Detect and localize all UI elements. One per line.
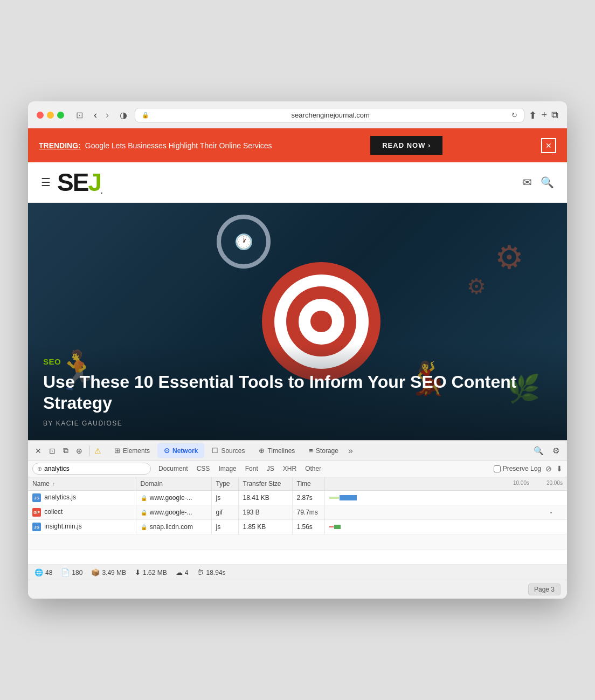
new-tab-button[interactable]: + <box>541 109 547 121</box>
hamburger-menu-icon[interactable]: ☰ <box>41 176 51 189</box>
devtools-search-button[interactable]: 🔍 <box>530 444 547 458</box>
js-file-icon: JS <box>32 493 41 502</box>
tab-sources-label: Sources <box>221 447 245 455</box>
row1-size: 18.41 KB <box>238 491 292 505</box>
error-icon: ☁ <box>176 568 183 577</box>
filter-css-button[interactable]: CSS <box>193 464 213 473</box>
storage-tab-icon: ≡ <box>309 447 313 455</box>
filter-xhr-button[interactable]: XHR <box>280 464 300 473</box>
trending-label: TRENDING: <box>39 141 81 150</box>
url-text: searchenginejournal.com <box>153 111 508 119</box>
back-button[interactable]: ‹ <box>91 108 100 122</box>
sidebar-toggle-button[interactable]: ⊡ <box>73 109 86 121</box>
row3-size: 1.85 KB <box>238 520 292 534</box>
clear-network-button[interactable]: ⊘ <box>545 464 552 473</box>
devtools-responsive-button[interactable]: ⧉ <box>60 444 71 457</box>
forward-button[interactable]: › <box>102 108 112 122</box>
preserve-log-checkbox[interactable] <box>494 465 501 472</box>
size-value: 3.49 MB <box>102 569 126 577</box>
time-icon: ⏱ <box>197 568 204 577</box>
waterfall-bar-row2 <box>329 510 563 514</box>
search-filter-wrapper: ⊕ <box>32 463 151 475</box>
tab-elements-label: Elements <box>123 447 150 455</box>
elements-tab-icon: ⊞ <box>114 447 120 455</box>
js-file-icon2: JS <box>32 523 41 531</box>
tab-timelines[interactable]: ⊕ Timelines <box>252 443 301 458</box>
maximize-traffic-light[interactable] <box>57 112 64 119</box>
tab-storage[interactable]: ≡ Storage <box>302 443 345 458</box>
site-logo[interactable]: SEJ. <box>57 170 101 195</box>
table-row[interactable]: GIF collect 🔒 www.google-... gif 193 B 7… <box>28 505 567 520</box>
devtools-settings-button[interactable]: ⚙ <box>549 444 563 458</box>
logo-dot: . <box>101 188 101 195</box>
filter-document-button[interactable]: Document <box>155 464 191 473</box>
filter-search-icon: ⊕ <box>37 465 42 472</box>
filter-image-button[interactable]: Image <box>215 464 239 473</box>
requests-status: 🌐 48 <box>34 568 52 577</box>
waterfall-bar-row1 <box>329 496 563 500</box>
table-row[interactable]: JS insight.min.js 🔒 snap.licdn.com js 1.… <box>28 520 567 534</box>
tabs-overview-button[interactable]: ⧉ <box>551 109 558 121</box>
table-row-empty2 <box>28 550 567 565</box>
devtools-status-bar: 🌐 48 📄 180 📦 3.49 MB ⬇ 1.62 MB ☁ 4 ⏱ 18 <box>28 565 567 580</box>
clock-decoration: 🕐 <box>217 215 271 269</box>
email-subscribe-button[interactable]: ✉ <box>523 176 532 189</box>
sources-tab-icon: ☐ <box>212 447 218 455</box>
domain-column-header: Domain <box>136 477 211 491</box>
filter-font-button[interactable]: Font <box>242 464 261 473</box>
traffic-lights <box>37 112 64 119</box>
resources-count: 180 <box>72 569 82 577</box>
filter-type-buttons: Document CSS Image Font JS XHR Other <box>155 464 489 473</box>
errors-count: 4 <box>185 569 189 577</box>
network-filter-bar: ⊕ Document CSS Image Font JS XHR Other P… <box>28 461 567 477</box>
devtools-panel: ✕ ⊡ ⧉ ⊕ ⚠ ⊞ Elements ⊙ Network ☐ Sources <box>28 440 567 599</box>
trending-bar: TRENDING: Google Lets Businesses Highlig… <box>28 128 567 162</box>
row1-type: js <box>211 491 238 505</box>
address-bar[interactable]: 🔒 searchenginejournal.com ↻ <box>135 108 524 122</box>
reload-icon[interactable]: ↻ <box>511 111 517 119</box>
hero-author: BY KACIE GAUDIOSE <box>43 420 552 427</box>
page-number-button[interactable]: Page 3 <box>528 584 561 595</box>
errors-status: ☁ 4 <box>176 568 189 577</box>
hero-title: Use These 10 Essential Tools to Inform Y… <box>43 372 552 413</box>
devtools-tabs: ⊞ Elements ⊙ Network ☐ Sources ⊕ Timelin… <box>108 443 528 458</box>
globe-icon: 🌐 <box>34 568 43 577</box>
row2-domain: 🔒 www.google-... <box>136 505 211 520</box>
filter-js-button[interactable]: JS <box>264 464 278 473</box>
gear-icon-small: ⚙ <box>467 274 486 299</box>
lock-icon-row1: 🔒 <box>141 495 147 501</box>
time-column-header: Time <box>292 477 324 491</box>
row3-time: 1.56s <box>292 520 324 534</box>
table-row[interactable]: JS analytics.js 🔒 www.google-... js 18.4… <box>28 491 567 505</box>
network-settings-button[interactable]: ⬇ <box>556 464 563 473</box>
row3-waterfall <box>324 520 567 534</box>
devtools-inspect-button[interactable]: ⊡ <box>46 444 58 457</box>
timelines-tab-icon: ⊕ <box>259 447 265 455</box>
search-filter-input[interactable] <box>44 465 145 472</box>
devtools-close-button[interactable]: ✕ <box>32 444 44 457</box>
minimize-traffic-light[interactable] <box>47 112 54 119</box>
row2-waterfall <box>324 505 567 520</box>
size-column-header: Transfer Size <box>238 477 292 491</box>
filter-other-button[interactable]: Other <box>302 464 324 473</box>
tab-network[interactable]: ⊙ Network <box>157 443 204 458</box>
network-tab-icon: ⊙ <box>164 447 170 455</box>
row1-waterfall <box>324 491 567 505</box>
close-traffic-light[interactable] <box>37 112 44 119</box>
close-trending-button[interactable]: ✕ <box>541 138 556 153</box>
browser-window: ⊡ ‹ › ◑ 🔒 searchenginejournal.com ↻ ⬆ + … <box>28 101 567 599</box>
devtools-pick-button[interactable]: ⊕ <box>73 444 85 457</box>
row1-time: 2.87s <box>292 491 324 505</box>
share-button[interactable]: ⬆ <box>529 109 537 121</box>
search-button[interactable]: 🔍 <box>541 176 554 189</box>
lock-icon-row3: 🔒 <box>141 524 147 530</box>
table-row-empty <box>28 534 567 550</box>
tab-elements[interactable]: ⊞ Elements <box>108 443 156 458</box>
tab-sources[interactable]: ☐ Sources <box>205 443 251 458</box>
read-now-button[interactable]: READ NOW › <box>370 136 442 155</box>
gif-file-icon: GIF <box>32 508 41 517</box>
gear-icon-large: ⚙ <box>495 238 524 276</box>
logo-j: J <box>88 168 101 196</box>
more-tabs-button[interactable]: » <box>346 444 355 458</box>
site-logo-area: ☰ SEJ. <box>41 170 101 195</box>
